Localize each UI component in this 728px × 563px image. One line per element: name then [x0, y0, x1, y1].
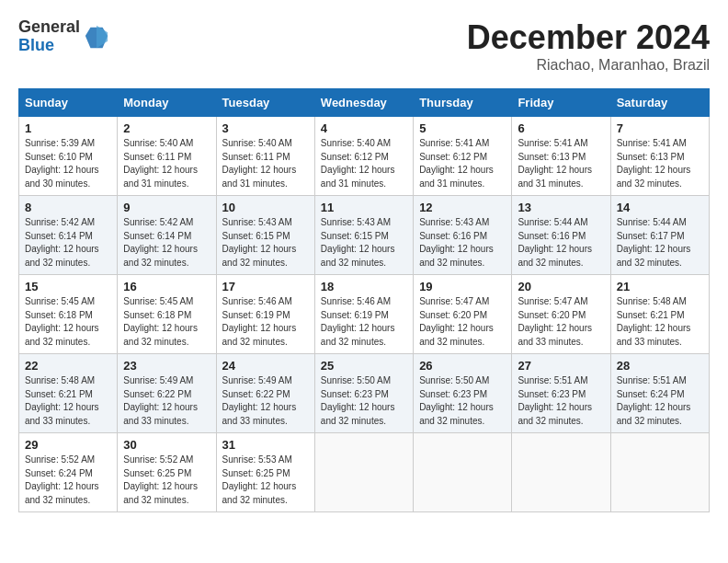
day-number: 15 [25, 280, 111, 293]
table-row: 17Sunrise: 5:46 AM Sunset: 6:19 PM Dayli… [216, 275, 314, 354]
calendar-week-row: 8Sunrise: 5:42 AM Sunset: 6:14 PM Daylig… [19, 196, 710, 275]
day-info: Sunrise: 5:41 AM Sunset: 6:13 PM Dayligh… [617, 138, 691, 189]
day-number: 2 [123, 121, 210, 135]
page-header: General Blue December 2024 Riachao, Mara… [18, 18, 710, 74]
table-row: 26Sunrise: 5:50 AM Sunset: 6:23 PM Dayli… [414, 354, 512, 433]
calendar-week-row: 1Sunrise: 5:39 AM Sunset: 6:10 PM Daylig… [19, 117, 710, 196]
day-number: 12 [419, 201, 506, 214]
calendar-week-row: 15Sunrise: 5:45 AM Sunset: 6:18 PM Dayli… [19, 275, 710, 354]
table-row: 29Sunrise: 5:52 AM Sunset: 6:24 PM Dayli… [19, 433, 118, 512]
col-tuesday: Tuesday [216, 89, 314, 117]
table-row: 31Sunrise: 5:53 AM Sunset: 6:25 PM Dayli… [216, 433, 314, 512]
day-info: Sunrise: 5:52 AM Sunset: 6:25 PM Dayligh… [123, 454, 198, 505]
day-number: 13 [518, 201, 604, 214]
day-number: 28 [617, 359, 703, 373]
table-row: 1Sunrise: 5:39 AM Sunset: 6:10 PM Daylig… [19, 117, 118, 196]
month-title: December 2024 [467, 18, 710, 57]
table-row: 6Sunrise: 5:41 AM Sunset: 6:13 PM Daylig… [512, 117, 610, 196]
title-section: December 2024 Riachao, Maranhao, Brazil [467, 18, 710, 74]
day-info: Sunrise: 5:45 AM Sunset: 6:18 PM Dayligh… [123, 296, 198, 347]
table-row: 10Sunrise: 5:43 AM Sunset: 6:15 PM Dayli… [216, 196, 314, 275]
day-number: 24 [222, 359, 309, 373]
day-info: Sunrise: 5:47 AM Sunset: 6:20 PM Dayligh… [419, 296, 494, 347]
day-info: Sunrise: 5:39 AM Sunset: 6:10 PM Dayligh… [25, 138, 99, 189]
table-row: 13Sunrise: 5:44 AM Sunset: 6:16 PM Dayli… [512, 196, 610, 275]
table-row: 11Sunrise: 5:43 AM Sunset: 6:15 PM Dayli… [314, 196, 413, 275]
calendar-week-row: 29Sunrise: 5:52 AM Sunset: 6:24 PM Dayli… [19, 433, 710, 512]
logo-blue: Blue [18, 37, 80, 55]
day-info: Sunrise: 5:41 AM Sunset: 6:12 PM Dayligh… [419, 138, 494, 189]
day-number: 16 [123, 280, 210, 293]
day-info: Sunrise: 5:50 AM Sunset: 6:23 PM Dayligh… [321, 375, 395, 426]
day-info: Sunrise: 5:40 AM Sunset: 6:12 PM Dayligh… [321, 138, 395, 189]
day-info: Sunrise: 5:43 AM Sunset: 6:15 PM Dayligh… [222, 217, 297, 268]
table-row [414, 433, 512, 512]
day-number: 30 [123, 438, 210, 452]
logo: General Blue [18, 18, 109, 55]
day-info: Sunrise: 5:44 AM Sunset: 6:16 PM Dayligh… [518, 217, 592, 268]
table-row: 5Sunrise: 5:41 AM Sunset: 6:12 PM Daylig… [414, 117, 512, 196]
day-info: Sunrise: 5:51 AM Sunset: 6:23 PM Dayligh… [518, 375, 592, 426]
col-wednesday: Wednesday [314, 89, 413, 117]
col-monday: Monday [118, 89, 216, 117]
table-row: 7Sunrise: 5:41 AM Sunset: 6:13 PM Daylig… [610, 117, 709, 196]
table-row: 9Sunrise: 5:42 AM Sunset: 6:14 PM Daylig… [118, 196, 216, 275]
table-row: 28Sunrise: 5:51 AM Sunset: 6:24 PM Dayli… [610, 354, 709, 433]
day-number: 25 [321, 359, 407, 373]
day-info: Sunrise: 5:48 AM Sunset: 6:21 PM Dayligh… [617, 296, 691, 347]
day-info: Sunrise: 5:42 AM Sunset: 6:14 PM Dayligh… [25, 217, 99, 268]
col-saturday: Saturday [610, 89, 709, 117]
table-row: 2Sunrise: 5:40 AM Sunset: 6:11 PM Daylig… [118, 117, 216, 196]
table-row: 22Sunrise: 5:48 AM Sunset: 6:21 PM Dayli… [19, 354, 118, 433]
table-row: 18Sunrise: 5:46 AM Sunset: 6:19 PM Dayli… [314, 275, 413, 354]
day-info: Sunrise: 5:41 AM Sunset: 6:13 PM Dayligh… [518, 138, 592, 189]
day-info: Sunrise: 5:51 AM Sunset: 6:24 PM Dayligh… [617, 375, 691, 426]
day-info: Sunrise: 5:46 AM Sunset: 6:19 PM Dayligh… [321, 296, 395, 347]
day-number: 29 [25, 438, 111, 452]
day-number: 23 [123, 359, 210, 373]
col-sunday: Sunday [19, 89, 118, 117]
day-number: 18 [321, 280, 407, 293]
day-number: 19 [419, 280, 506, 293]
table-row: 15Sunrise: 5:45 AM Sunset: 6:18 PM Dayli… [19, 275, 118, 354]
day-info: Sunrise: 5:52 AM Sunset: 6:24 PM Dayligh… [25, 454, 99, 505]
day-number: 27 [518, 359, 604, 373]
table-row: 20Sunrise: 5:47 AM Sunset: 6:20 PM Dayli… [512, 275, 610, 354]
day-info: Sunrise: 5:43 AM Sunset: 6:15 PM Dayligh… [321, 217, 395, 268]
day-info: Sunrise: 5:49 AM Sunset: 6:22 PM Dayligh… [222, 375, 297, 426]
col-thursday: Thursday [414, 89, 512, 117]
day-number: 17 [222, 280, 309, 293]
col-friday: Friday [512, 89, 610, 117]
day-number: 1 [25, 121, 111, 135]
day-info: Sunrise: 5:40 AM Sunset: 6:11 PM Dayligh… [222, 138, 297, 189]
table-row: 12Sunrise: 5:43 AM Sunset: 6:16 PM Dayli… [414, 196, 512, 275]
day-info: Sunrise: 5:48 AM Sunset: 6:21 PM Dayligh… [25, 375, 99, 426]
day-number: 11 [321, 201, 407, 214]
logo-icon [84, 24, 109, 50]
table-row: 14Sunrise: 5:44 AM Sunset: 6:17 PM Dayli… [610, 196, 709, 275]
day-number: 10 [222, 201, 309, 214]
table-row: 8Sunrise: 5:42 AM Sunset: 6:14 PM Daylig… [19, 196, 118, 275]
table-row: 4Sunrise: 5:40 AM Sunset: 6:12 PM Daylig… [314, 117, 413, 196]
day-number: 4 [321, 121, 407, 135]
table-row: 27Sunrise: 5:51 AM Sunset: 6:23 PM Dayli… [512, 354, 610, 433]
day-number: 8 [25, 201, 111, 214]
day-info: Sunrise: 5:45 AM Sunset: 6:18 PM Dayligh… [25, 296, 99, 347]
table-row [512, 433, 610, 512]
day-number: 20 [518, 280, 604, 293]
day-info: Sunrise: 5:47 AM Sunset: 6:20 PM Dayligh… [518, 296, 592, 347]
calendar-table: Sunday Monday Tuesday Wednesday Thursday… [18, 88, 710, 512]
day-info: Sunrise: 5:43 AM Sunset: 6:16 PM Dayligh… [419, 217, 494, 268]
table-row [610, 433, 709, 512]
day-number: 14 [617, 201, 703, 214]
table-row: 23Sunrise: 5:49 AM Sunset: 6:22 PM Dayli… [118, 354, 216, 433]
day-number: 21 [617, 280, 703, 293]
logo-text: General Blue [18, 18, 80, 55]
calendar-week-row: 22Sunrise: 5:48 AM Sunset: 6:21 PM Dayli… [19, 354, 710, 433]
table-row: 30Sunrise: 5:52 AM Sunset: 6:25 PM Dayli… [118, 433, 216, 512]
day-number: 7 [617, 121, 703, 135]
day-info: Sunrise: 5:40 AM Sunset: 6:11 PM Dayligh… [123, 138, 198, 189]
day-info: Sunrise: 5:53 AM Sunset: 6:25 PM Dayligh… [222, 454, 297, 505]
day-number: 22 [25, 359, 111, 373]
day-number: 5 [419, 121, 506, 135]
